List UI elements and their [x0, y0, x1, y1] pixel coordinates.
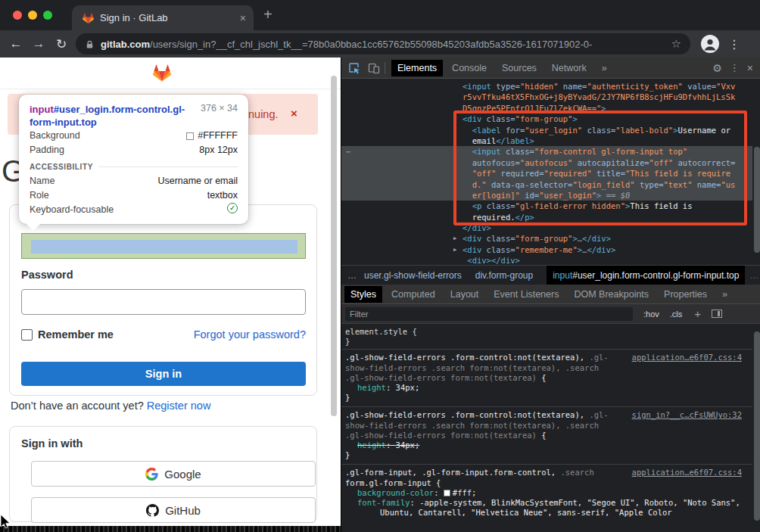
devtools-tabs-more-icon[interactable]: »: [596, 60, 613, 76]
css-declaration[interactable]: font-family: -apple-system, BlinkMacSyst…: [345, 498, 752, 518]
breadcrumb-item[interactable]: user.gl-show-field-errors: [364, 270, 462, 281]
toolbar-divider: [385, 62, 385, 74]
tooltip-accessibility-header: ACCESSIBILITY: [30, 163, 238, 171]
signin-with-label: Sign in with: [21, 437, 83, 450]
browser-toolbar: ← → ↻ gitlab.com/users/sign_in?__cf_chl_…: [0, 30, 760, 58]
clipped-footer-artifact: [0, 526, 341, 532]
green-check-icon: ✓: [227, 203, 238, 213]
tooltip-padding-row: Padding 8px 12px: [30, 143, 238, 157]
traffic-light-minimize[interactable]: [28, 11, 37, 20]
styles-tabs-more-icon[interactable]: »: [716, 286, 734, 303]
devtools-tab-network[interactable]: Network: [546, 60, 593, 76]
tab-layout[interactable]: Layout: [444, 286, 485, 303]
collapse-arrow-icon[interactable]: ▶: [453, 244, 456, 255]
devtools-close-icon[interactable]: ×: [747, 62, 753, 74]
github-signin-button[interactable]: GitHub: [31, 497, 316, 523]
password-label: Password: [21, 269, 73, 281]
tooltip-selector: input#user_login.form-control.gl-form-in…: [30, 103, 187, 129]
elements-scrollbar[interactable]: [754, 147, 760, 253]
screen: Sign in · GitLab × + ← → ↻ gitlab.com/us…: [0, 0, 760, 532]
css-rule: .gl-show-field-errors .form-control:not(…: [341, 349, 752, 406]
breadcrumb-item[interactable]: div.form-group: [475, 270, 533, 281]
styles-filter-input[interactable]: [345, 307, 633, 321]
forgot-password-link[interactable]: Forgot your password?: [154, 328, 306, 341]
element-style-rule[interactable]: element.style { }: [341, 324, 752, 349]
stylesheet-link[interactable]: application…e6f07.css:4: [632, 353, 742, 362]
alert-text-fragment: nuing.: [248, 108, 279, 120]
profile-avatar[interactable]: [701, 35, 719, 53]
register-now-link[interactable]: Register now: [147, 400, 211, 412]
inspect-element-icon[interactable]: [348, 62, 360, 74]
back-button[interactable]: ←: [5, 36, 27, 51]
password-input[interactable]: [21, 289, 306, 315]
devtools-tab-sources[interactable]: Sources: [496, 60, 543, 76]
css-declaration[interactable]: background-color: #fff;: [345, 488, 752, 498]
mouse-cursor: [0, 515, 11, 529]
tab-dom-breakpoints[interactable]: DOM Breakpoints: [568, 286, 655, 303]
remember-me-label: Remember me: [38, 328, 114, 341]
gutter-dots-icon: ⋯: [346, 146, 350, 157]
register-line: Don’t have an account yet? Register now: [11, 400, 210, 412]
browser-menu-icon[interactable]: ⋮: [728, 37, 740, 51]
dom-tree-line[interactable]: <div></div>: [341, 255, 752, 265]
oauth-card: Sign in with Google: [9, 426, 317, 522]
dom-tree-line[interactable]: <input type="hidden" name="authenticity_…: [341, 81, 752, 92]
page-scrollbar[interactable]: [331, 76, 337, 416]
devtools-menu-icon[interactable]: ⋮: [730, 62, 740, 73]
styles-scrollbar[interactable]: [754, 331, 760, 521]
stylesheet-link[interactable]: sign_in?__c…cFsUWUyo:32: [632, 410, 742, 420]
devtools-tab-elements[interactable]: Elements: [391, 60, 443, 76]
google-signin-button[interactable]: Google: [31, 461, 316, 487]
url-text: gitlab.com/users/sign_in?__cf_chl_jschl_…: [101, 39, 668, 50]
lock-icon: [85, 39, 95, 49]
tab-properties[interactable]: Properties: [658, 286, 713, 303]
google-icon: [145, 468, 158, 481]
css-rule: .gl-form-input, .gl-form-input.form-cont…: [341, 464, 752, 521]
new-style-rule-icon[interactable]: +: [694, 307, 701, 320]
tab-styles[interactable]: Styles: [344, 286, 382, 303]
css-declaration[interactable]: height: 34px;: [345, 440, 752, 450]
devtools-settings-gear-icon[interactable]: ⚙: [712, 62, 722, 74]
breadcrumb-overflow[interactable]: …: [347, 270, 357, 281]
devtools-toolbar: Elements Console Sources Network » ⚙ ⋮ ×: [341, 58, 760, 79]
reload-button[interactable]: ↻: [50, 36, 73, 52]
tooltip-role-row: Roletextbox: [30, 188, 238, 203]
dom-tree-line[interactable]: r5vvTfku46tX5FhxOG+j8yBYvadG/2JY7NP6fB8s…: [341, 92, 752, 102]
traffic-light-close[interactable]: [13, 11, 22, 20]
traffic-light-zoom[interactable]: [43, 11, 52, 20]
dom-breadcrumb: … user.gl-show-field-errors div.form-gro…: [341, 265, 760, 285]
tab-event-listeners[interactable]: Event Listeners: [487, 286, 565, 303]
username-input-highlighted[interactable]: [21, 233, 306, 259]
tooltip-name-row: NameUsername or email: [30, 174, 238, 188]
new-tab-button[interactable]: +: [263, 6, 273, 23]
tab-title: Sign in · GitLab: [100, 12, 240, 23]
forward-button[interactable]: →: [27, 36, 50, 51]
css-rule: .gl-show-field-errors .form-control:not(…: [341, 406, 752, 464]
gitlab-signin-page: nuing. × G input#user_login.form-control…: [0, 58, 341, 532]
breadcrumb-item-active[interactable]: input#user_login.form-control.gl-form-in…: [547, 266, 745, 285]
tab-computed[interactable]: Computed: [385, 286, 441, 303]
styles-tab-bar: Styles Computed Layout Event Listeners D…: [341, 285, 760, 304]
devtools-panel: Elements Console Sources Network » ⚙ ⋮ ×…: [341, 58, 760, 532]
devtools-tab-console[interactable]: Console: [446, 60, 493, 76]
dom-tree-line[interactable]: ▶<div class="remember-me">…</div>: [341, 244, 752, 255]
css-declaration[interactable]: height: 34px;: [345, 383, 752, 393]
github-button-label: GitHub: [165, 504, 201, 517]
url-bar[interactable]: gitlab.com/users/sign_in?__cf_chl_jschl_…: [76, 33, 690, 54]
class-toggle[interactable]: .cls: [670, 310, 683, 319]
styles-pane: element.style { } .gl-show-field-errors …: [341, 324, 752, 532]
color-swatch: [186, 132, 194, 140]
color-swatch[interactable]: [444, 490, 450, 496]
alert-close-icon[interactable]: ×: [291, 107, 297, 120]
stylesheet-link[interactable]: application…e6f07.css:4: [632, 468, 742, 478]
hover-state-toggle[interactable]: :hov: [643, 310, 659, 319]
bookmark-star-icon[interactable]: ☆: [671, 37, 681, 51]
signin-button[interactable]: Sign in: [21, 362, 306, 386]
dom-tree-line[interactable]: ▶<div class="form-group">…</div>: [341, 233, 752, 244]
device-toolbar-icon[interactable]: [368, 62, 380, 74]
collapse-arrow-icon[interactable]: ▶: [453, 233, 456, 244]
browser-tab[interactable]: Sign in · GitLab ×: [72, 5, 254, 30]
toggle-sidebar-icon[interactable]: [712, 310, 722, 318]
tab-close-icon[interactable]: ×: [240, 12, 246, 24]
remember-me-checkbox[interactable]: [21, 329, 33, 341]
